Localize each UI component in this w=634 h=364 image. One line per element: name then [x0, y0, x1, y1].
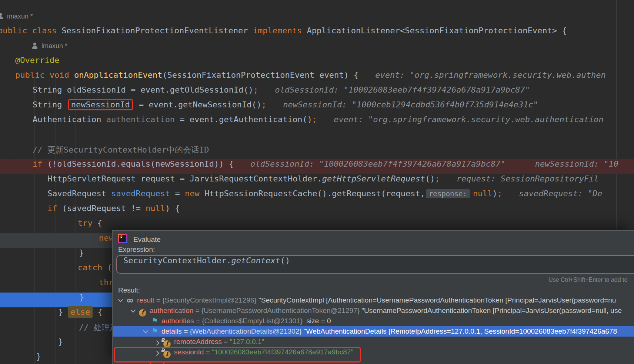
debugger-inline-hint: oldSessionId: "100026083eeb7f4f397426a67… [250, 159, 505, 168]
variable-tree-row[interactable]: ∞result = {SecurityContextImpl@21296} "S… [113, 295, 634, 305]
variable-value: size = 0 [304, 317, 331, 325]
code-segment: ) [493, 189, 497, 198]
ide-debugger-screenshot: imaxun *public class SessionFixationProt… [0, 0, 634, 364]
code-segment: public class [0, 26, 61, 35]
parameter-name-hint: response: [426, 189, 470, 198]
code-segment: () [425, 174, 435, 183]
author-name: imaxun * [41, 42, 67, 50]
annotation-rectangle-partial [150, 361, 164, 364]
code-line[interactable]: public class SessionFixationProtectionEv… [0, 26, 634, 41]
flag-icon: ⚑ [151, 316, 158, 325]
code-segment: SavedRequest [47, 189, 111, 198]
expression-segment: SecurityContextHolder. [123, 256, 231, 265]
code-segment: public void [15, 70, 74, 80]
field-icon: f [163, 340, 171, 348]
author-annotation[interactable]: imaxun * [0, 41, 634, 56]
code-segment: ; [435, 174, 440, 183]
code-segment: } [58, 337, 63, 346]
variable-tree-row[interactable]: ⚑details = {WebAuthenticationDetails@213… [113, 326, 634, 337]
author-annotation[interactable]: imaxun * [0, 11, 634, 26]
code-segment: try [78, 218, 93, 228]
expression-segment: () [280, 256, 290, 265]
code-line[interactable]: HttpServletRequest request = JarvisReque… [0, 174, 634, 189]
result-label: Result: [118, 286, 140, 294]
code-segment: null [473, 189, 493, 198]
variable-value: {UsernamePasswordAuthenticationToken@212… [201, 307, 361, 314]
code-segment: ; [312, 115, 317, 124]
code-segment: ApplicationListener<SessionFixationProte… [302, 26, 567, 35]
code-line[interactable]: if (savedRequest != null) { [0, 204, 634, 218]
variable-name: remoteAddress [174, 338, 222, 345]
annotation-rectangle-newsessionid: newSessionId [68, 99, 133, 110]
code-line[interactable]: String newSessionId = event.getNewSessio… [0, 100, 634, 115]
code-line[interactable] [0, 130, 634, 144]
variable-value: "127.0.0.1" [230, 338, 264, 345]
code-segment: HttpSessionRequestCache().getRequest(req… [200, 189, 425, 198]
code-segment: savedRequest [111, 189, 170, 198]
code-segment: catch [78, 263, 102, 272]
code-segment: if [33, 159, 43, 168]
variable-value: "WebAuthenticationDetails [RemoteIpAddre… [304, 327, 617, 335]
code-segment: HttpServletRequest request = JarvisReque… [47, 174, 322, 183]
code-line[interactable]: SavedRequest savedRequest = new HttpSess… [0, 189, 634, 204]
variable-value: = [222, 338, 230, 345]
code-segment: = [170, 189, 185, 198]
variable-value: = [154, 296, 162, 304]
code-segment: SessionFixationProtectionEventListener [61, 26, 253, 35]
debugger-inline-hint: request: SessionRepositoryFil [457, 174, 599, 183]
code-segment: } [36, 352, 41, 361]
evaluate-dialog[interactable]: IJ Evaluate Expression: SecurityContextH… [112, 230, 634, 364]
code-line[interactable]: Authentication authentication = event.ge… [0, 115, 634, 130]
variable-value: {SecurityContextImpl@21296} [162, 296, 258, 304]
code-segment: Authentication [33, 115, 106, 124]
code-segment: String [33, 100, 67, 109]
code-segment: = event.getNewSessionId() [134, 100, 261, 109]
code-segment: { [93, 218, 103, 228]
code-segment: else [68, 306, 93, 318]
code-segment: authentication [106, 115, 175, 124]
code-line[interactable]: if (!oldSessionId.equals(newSessionId)) … [0, 159, 634, 174]
variable-tree-row[interactable]: ⚑authorities = {Collections$EmptyList@21… [113, 316, 634, 326]
code-segment: (!oldSessionId.equals(newSessionId)) { [43, 159, 234, 168]
code-segment: ; [261, 100, 266, 109]
variable-name: details [161, 327, 182, 335]
watch-result-icon: ∞ [126, 295, 134, 305]
code-segment: (savedRequest != [57, 204, 146, 213]
variable-value: {WebAuthenticationDetails@21302} [190, 327, 304, 335]
code-segment: implements [253, 26, 302, 35]
code-segment: thr [99, 278, 114, 287]
code-line[interactable]: // 更新SecurityContextHolder中的会话ID [0, 144, 634, 159]
annotation-rectangle-sessionid [114, 347, 361, 363]
expression-label: Expression: [118, 246, 155, 254]
variable-tree-row[interactable]: fauthentication = {UsernamePasswordAuthe… [113, 305, 634, 316]
variable-name: authorities [161, 317, 194, 325]
variable-value: = [182, 327, 190, 335]
chevron-down-icon[interactable] [118, 297, 123, 302]
dialog-title: Evaluate [133, 236, 161, 244]
expression-text: SecurityContextHolder.getContext() [117, 256, 634, 265]
code-segment: ; [497, 189, 502, 198]
expression-input[interactable]: SecurityContextHolder.getContext() [116, 255, 634, 274]
chevron-down-icon[interactable] [130, 307, 136, 313]
variable-tree-row[interactable]: fremoteAddress = "127.0.0.1" [113, 337, 634, 347]
code-segment: onApplicationEvent [74, 70, 162, 80]
variable-value: = [193, 307, 201, 314]
person-icon [0, 13, 4, 20]
chevron-down-icon[interactable] [143, 328, 148, 333]
chevron-right-icon[interactable] [154, 340, 159, 345]
code-segment: String oldSessionId = event.getOldSessio… [33, 85, 253, 94]
code-line[interactable]: String oldSessionId = event.getOldSessio… [0, 85, 634, 100]
intellij-logo-icon: IJ [118, 234, 127, 243]
code-segment: ( [102, 263, 112, 272]
code-line[interactable]: @Override [0, 56, 634, 70]
code-segment: } [79, 248, 84, 257]
debugger-inline-hint: event: "org.springframework.security.web… [375, 70, 606, 80]
variable-value: = [194, 317, 202, 325]
variable-value: {Collections$EmptyList@21301} [202, 317, 304, 325]
author-name: imaxun * [7, 13, 33, 20]
code-segment: ) { [165, 204, 180, 213]
field-icon: f [139, 309, 146, 317]
expression-segment: getContext [231, 256, 280, 265]
lock-icon [161, 340, 164, 342]
code-line[interactable]: public void onApplicationEvent(SessionFi… [0, 70, 634, 85]
